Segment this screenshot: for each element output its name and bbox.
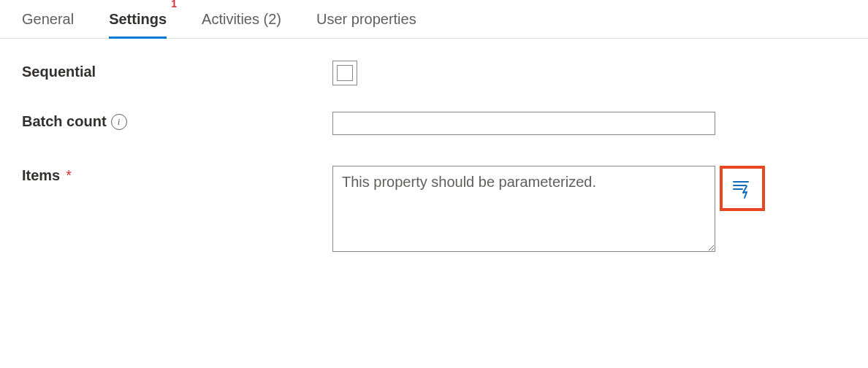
tab-label: Settings [109, 11, 167, 28]
tab-label: General [22, 11, 74, 28]
tab-activities[interactable]: Activities (2) [202, 0, 281, 38]
info-icon[interactable]: i [111, 114, 127, 130]
tab-badge: 1 [171, 0, 177, 9]
dynamic-content-icon [730, 176, 755, 201]
tab-user-properties[interactable]: User properties [316, 0, 416, 38]
items-label: Items [22, 167, 60, 184]
sequential-checkbox[interactable] [332, 61, 357, 85]
add-dynamic-content-button[interactable] [720, 166, 765, 211]
tab-label: Activities (2) [202, 11, 281, 28]
tab-general[interactable]: General [22, 0, 74, 38]
required-marker: * [66, 167, 72, 184]
tab-label: User properties [316, 11, 416, 28]
items-textarea[interactable] [332, 166, 715, 252]
batch-count-label: Batch count [22, 113, 107, 130]
tab-strip: General Settings 1 Activities (2) User p… [0, 0, 868, 39]
sequential-label: Sequential [22, 64, 96, 80]
field-batch-count: Batch count i [22, 112, 868, 135]
tab-settings[interactable]: Settings 1 [109, 0, 167, 38]
batch-count-input[interactable] [332, 112, 715, 135]
settings-panel: Sequential Batch count i Items * [0, 39, 868, 252]
checkbox-box-icon [337, 65, 353, 81]
field-items: Items * [22, 166, 868, 252]
field-sequential: Sequential [22, 61, 868, 85]
